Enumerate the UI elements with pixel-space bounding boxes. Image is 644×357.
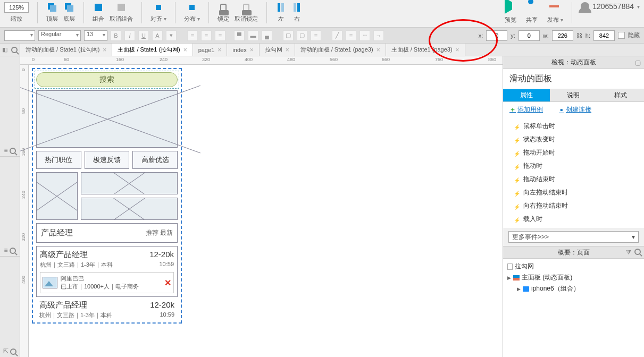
wireframe-phone[interactable]: 搜索 热门职位 极速反馈 高薪优选 产品经理 推荐 最新 [32,68,182,324]
tab-properties[interactable]: 属性 [503,89,550,102]
group-icon[interactable] [93,2,104,13]
user-dropdown-icon[interactable]: ▾ [637,4,640,10]
align-l-button[interactable]: ≡ [187,30,198,41]
create-link-link[interactable]: ⚭创建连接 [559,105,591,114]
font-select[interactable]: Regular [38,30,81,41]
bold-button[interactable]: B [111,30,121,41]
chevron-right-icon[interactable]: ▶ [517,286,521,292]
search-icon[interactable] [10,148,16,154]
w-input[interactable] [552,30,573,41]
align-r-button[interactable]: ≡ [215,30,225,41]
tab-4[interactable]: 拉勾网× [260,44,295,56]
publish-icon[interactable] [549,2,561,14]
tab-button[interactable]: 高薪优选 [132,151,178,169]
toggle-panel-icon[interactable]: ◧ [2,46,7,53]
rail-toggle-icon[interactable]: ≡ [4,246,7,254]
valign-b-button[interactable]: ▄ [262,30,272,41]
canvas[interactable]: 0 60 160 240 320 400 480 560 660 760 860… [20,56,503,357]
event-item[interactable]: 拖动结束时 [503,173,644,186]
align-right-icon[interactable] [291,2,302,13]
border-w-button[interactable]: ≡ [311,30,321,41]
event-item[interactable]: 向左拖动结束时 [503,186,644,199]
close-icon[interactable]: × [250,46,254,54]
image-placeholder[interactable] [81,172,178,194]
lock-wh-icon[interactable]: ⛓ [576,32,582,39]
tree-row[interactable]: ▶iphone6（组合） [507,283,640,294]
close-icon[interactable]: × [183,46,187,54]
event-item[interactable]: 载入时 [503,212,644,226]
tab-button[interactable]: 极速反馈 [85,151,130,169]
italic-button[interactable]: I [124,30,135,41]
tab-style[interactable]: 样式 [597,89,644,102]
event-item[interactable]: 鼠标单击时 [503,120,644,133]
section-header[interactable]: 产品经理 推荐 最新 [36,223,178,243]
ungroup-icon[interactable] [116,2,127,13]
tab-button[interactable]: 热门职位 [36,151,81,169]
search-icon[interactable] [11,47,18,53]
preview-icon[interactable] [505,2,516,14]
widget-name[interactable]: 滑动的面板 [503,69,644,89]
expand-icon[interactable]: ▢ [635,59,641,66]
fill-button[interactable]: ▢ [283,30,294,41]
rail-toggle-icon[interactable]: ⇱ [3,347,9,355]
tab-6[interactable]: 主面板 / State1 (page3)× [386,44,465,56]
arrow-button[interactable]: → [373,30,384,41]
tab-3[interactable]: index× [227,44,259,56]
user-name[interactable]: 1206557884 [592,2,634,11]
job-card[interactable]: 高级产品经理12-20k 杭州｜文三路｜1-3年｜本科10:59 阿里巴巴已上市… [36,246,178,297]
send-back-icon[interactable] [64,2,74,13]
hidden-checkbox[interactable] [618,32,625,39]
search-icon[interactable] [634,249,641,255]
distribute-icon[interactable] [187,2,197,13]
image-placeholder[interactable] [36,90,178,148]
tab-notes[interactable]: 说明 [550,89,597,102]
close-icon[interactable]: × [218,46,221,54]
event-item[interactable]: 拖动时 [503,159,644,173]
tab-2[interactable]: page1× [193,44,228,56]
text-color-button[interactable]: A [152,30,163,41]
valign-m-button[interactable]: ▬ [248,30,258,41]
tree-row[interactable]: ▶主面板 (动态面板) [507,272,640,283]
border-button[interactable]: ▢ [297,30,307,41]
tab-0[interactable]: 滑动的面板 / State1 (拉勾网)× [20,44,112,56]
image-placeholder[interactable] [81,198,178,220]
tab-5[interactable]: 滑动的面板 / State1 (page3)× [295,44,386,56]
underline-button[interactable]: U [138,30,149,41]
align-c-button[interactable]: ≡ [201,30,212,41]
more-text-button[interactable]: ▾ [166,30,177,41]
event-item[interactable]: 拖动开始时 [503,146,644,159]
job-card[interactable]: 高级产品经理12-20k 杭州｜文三路｜1-3年｜本科10:59 [36,300,178,319]
close-icon[interactable]: × [103,46,106,54]
align-left-icon[interactable] [275,2,286,13]
rail-toggle-icon[interactable]: ≡ [4,147,7,154]
chevron-right-icon[interactable]: ▶ [507,275,511,280]
valign-t-button[interactable]: ▀ [234,30,245,41]
y-input[interactable] [518,30,540,41]
fontsize-select[interactable]: 13 [84,30,107,41]
close-icon[interactable]: × [456,46,459,54]
add-case-link[interactable]: ＋添加用例 [509,105,543,114]
tree-row[interactable]: 拉勾网 [507,261,640,272]
line-w-button[interactable]: ≡ [346,30,356,41]
filter-icon[interactable]: ⧩ [626,249,631,256]
search-icon[interactable] [10,348,16,355]
zoom-input[interactable]: 125% [4,2,29,13]
share-icon[interactable] [526,2,538,14]
search-field[interactable]: 搜索 [36,72,178,87]
image-placeholder[interactable] [36,172,78,220]
bring-front-icon[interactable] [47,2,57,13]
line-style-button[interactable]: ┄ [359,30,370,41]
unlock-icon[interactable] [241,2,252,13]
lock-icon[interactable] [218,2,229,13]
more-events-select[interactable]: 更多事件>>>▾ [508,231,639,243]
h-input[interactable] [593,30,615,41]
search-icon[interactable] [10,248,16,254]
style-select[interactable] [4,30,35,41]
x-input[interactable] [486,30,507,41]
event-item[interactable]: 状态改变时 [503,133,644,146]
close-icon[interactable]: × [377,46,380,54]
align-icon[interactable] [153,2,164,13]
close-icon[interactable]: × [286,46,289,54]
event-item[interactable]: 向右拖动结束时 [503,199,644,212]
tab-1[interactable]: 主面板 / State1 (拉勾网)× [112,44,193,56]
